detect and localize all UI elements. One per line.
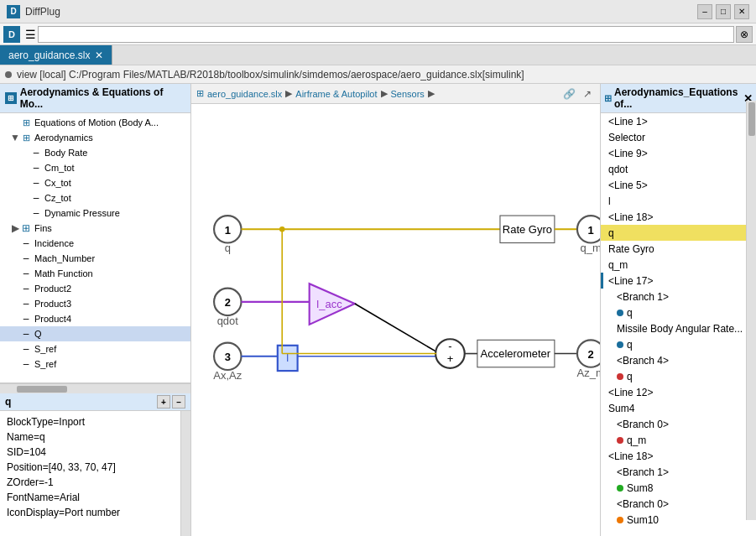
right-item-q-blue[interactable]: q <box>601 304 756 320</box>
expand-icon-button[interactable]: ↗ <box>580 86 595 101</box>
hamburger-icon[interactable]: ☰ <box>25 28 36 41</box>
tree-item-s-ref[interactable]: – S_ref <box>0 341 190 356</box>
svg-text:+: + <box>447 352 454 365</box>
leaf-icon: – <box>20 283 32 294</box>
tree-item-cm-tot[interactable]: – Cm_tot <box>0 160 190 175</box>
tree-item-dyn-pres[interactable]: – Dynamic Pressure <box>0 206 190 221</box>
center-nav: ⊞ aero_guidance.slx ▶ Airframe & Autopil… <box>191 84 600 104</box>
menu-logo-icon: D <box>3 26 20 43</box>
maximize-button[interactable]: □ <box>716 4 731 19</box>
tree-item-label: Math Function <box>34 268 93 278</box>
tree-item-incidence[interactable]: – Incidence <box>0 236 190 251</box>
right-item-line18b[interactable]: <Line 18> <box>601 448 756 464</box>
tree-item-q[interactable]: – Q <box>0 326 190 341</box>
right-item-line9[interactable]: <Line 9> <box>601 145 756 161</box>
nav-link-file[interactable]: aero_guidance.slx <box>207 89 282 99</box>
tree-item-aero[interactable]: ▼ ⊞ Aerodynamics <box>0 130 190 145</box>
right-item-label: q <box>627 371 633 382</box>
right-item-sum4[interactable]: Sum4 <box>601 400 756 416</box>
svg-text:l_acc: l_acc <box>316 298 342 310</box>
file-tab[interactable]: aero_guidance.slx ✕ <box>0 45 112 65</box>
right-panel-content[interactable]: <Line 1> Selector <Line 9> qdot <Line 5>… <box>601 113 756 536</box>
tree-item-product4[interactable]: – Product4 <box>0 311 190 326</box>
nav-link-airframe[interactable]: Airframe & Autopilot <box>295 89 377 99</box>
tree-item-label: Product2 <box>34 284 71 294</box>
minimize-button[interactable]: – <box>697 4 712 19</box>
right-item-qdot[interactable]: qdot <box>601 161 756 177</box>
right-item-q-highlighted[interactable]: q <box>601 225 756 241</box>
tree-item-cz-tot[interactable]: – Cz_tot <box>0 190 190 206</box>
nav-sep-1: ▶ <box>285 88 292 99</box>
window-controls: – □ ✕ <box>697 4 749 19</box>
tree-item-cx-tot[interactable]: – Cx_tot <box>0 175 190 190</box>
link-icon-button[interactable]: 🔗 <box>561 86 576 101</box>
right-v-scrollbar[interactable] <box>746 101 756 520</box>
tree-header: ⊞ Aerodynamics & Equations of Mo... <box>0 84 190 113</box>
center-panel: ⊞ aero_guidance.slx ▶ Airframe & Autopil… <box>191 84 601 536</box>
right-item-line1[interactable]: <Line 1> <box>601 113 756 129</box>
right-item-selector[interactable]: Selector <box>601 129 756 145</box>
right-header-left: ⊞ Aerodynamics_Equations of... <box>604 86 743 110</box>
right-item-missile-body[interactable]: Missile Body Angular Rate... <box>601 320 756 336</box>
right-item-label: <Line 5> <box>608 180 648 191</box>
tree-item-s-ref2[interactable]: – S_ref <box>0 356 190 372</box>
props-expand-button[interactable]: + <box>157 395 170 409</box>
right-item-branch0b[interactable]: <Branch 0> <box>601 496 756 512</box>
tree-item-label: Product4 <box>34 314 71 324</box>
close-button[interactable]: ✕ <box>734 4 749 19</box>
right-item-label: <Line 1> <box>608 116 648 127</box>
right-item-line5[interactable]: <Line 5> <box>601 177 756 193</box>
right-item-qm-red[interactable]: q_m <box>601 432 756 448</box>
tree-item-eom[interactable]: ⊞ Equations of Motion (Body A... <box>0 115 190 130</box>
right-item-line17[interactable]: <Line 17> <box>601 273 756 289</box>
right-item-sum10[interactable]: Sum10 <box>601 512 756 528</box>
tree-item-fins[interactable]: ▶ ⊞ Fins <box>0 221 190 236</box>
tab-label: aero_guidance.slx <box>8 49 90 61</box>
svg-text:1: 1 <box>225 224 231 237</box>
right-item-qm[interactable]: q_m <box>601 257 756 273</box>
props-v-scrollbar[interactable] <box>180 411 190 536</box>
tree-item-math-func[interactable]: – Math Function <box>0 266 190 281</box>
right-item-branch1a[interactable]: <Branch 1> <box>601 289 756 304</box>
right-item-label: q <box>608 227 614 239</box>
tree-item-product3[interactable]: – Product3 <box>0 296 190 311</box>
prop-line-4: Position=[40, 33, 70, 47] <box>7 460 174 475</box>
svg-text:2: 2 <box>225 296 231 309</box>
arrow-icon: ▼ <box>10 132 20 143</box>
right-item-label: q_m <box>627 435 646 446</box>
nav-link-sensors[interactable]: Sensors <box>391 89 425 99</box>
dot-green-icon <box>617 485 623 492</box>
right-item-sum8[interactable]: Sum8 <box>601 480 756 496</box>
tree-item-mach-num[interactable]: – Mach_Number <box>0 251 190 266</box>
nav-sep-2: ▶ <box>381 88 388 99</box>
right-item-q-blue2[interactable]: q <box>601 336 756 352</box>
svg-text:q_m: q_m <box>581 242 600 254</box>
right-item-branch4[interactable]: <Branch 4> <box>601 352 756 368</box>
right-item-l[interactable]: l <box>601 193 756 209</box>
svg-text:1: 1 <box>588 224 594 237</box>
right-item-line12[interactable]: <Line 12> <box>601 384 756 400</box>
dot-red2-icon <box>617 437 623 444</box>
inport-1[interactable]: 1 q <box>214 216 241 254</box>
props-collapse-button[interactable]: – <box>172 395 185 409</box>
inport-2[interactable]: 2 qdot <box>214 289 241 327</box>
right-item-branch1b[interactable]: <Branch 1> <box>601 464 756 480</box>
right-item-rate-gyro[interactable]: Rate Gyro <box>601 241 756 257</box>
address-path: view [local] C:/Program Files/MATLAB/R20… <box>17 69 524 81</box>
left-panel: ⊞ Aerodynamics & Equations of Mo... ⊞ Eq… <box>0 84 191 536</box>
right-item-line18a[interactable]: <Line 18> <box>601 209 756 225</box>
tree-item-product2[interactable]: – Product2 <box>0 281 190 296</box>
tree-h-scrollbar[interactable] <box>0 383 190 393</box>
search-clear-button[interactable]: ⊗ <box>736 26 753 43</box>
props-title: q <box>5 396 11 408</box>
right-item-branch0a[interactable]: <Branch 0> <box>601 416 756 432</box>
properties-panel: q + – BlockType=Inport Name=q SID=104 Po… <box>0 393 190 536</box>
diagram-svg: 1 q 2 qdot 3 Ax,Az <box>191 104 600 536</box>
dot-blue2-icon <box>617 341 623 348</box>
tab-close-button[interactable]: ✕ <box>95 49 103 61</box>
app-title: DiffPlug <box>25 6 60 18</box>
right-item-q-red[interactable]: q <box>601 368 756 384</box>
inport-3[interactable]: 3 Ax,Az <box>213 343 242 382</box>
tree-item-body-rate[interactable]: – Body Rate <box>0 145 190 160</box>
search-input[interactable] <box>38 26 734 43</box>
